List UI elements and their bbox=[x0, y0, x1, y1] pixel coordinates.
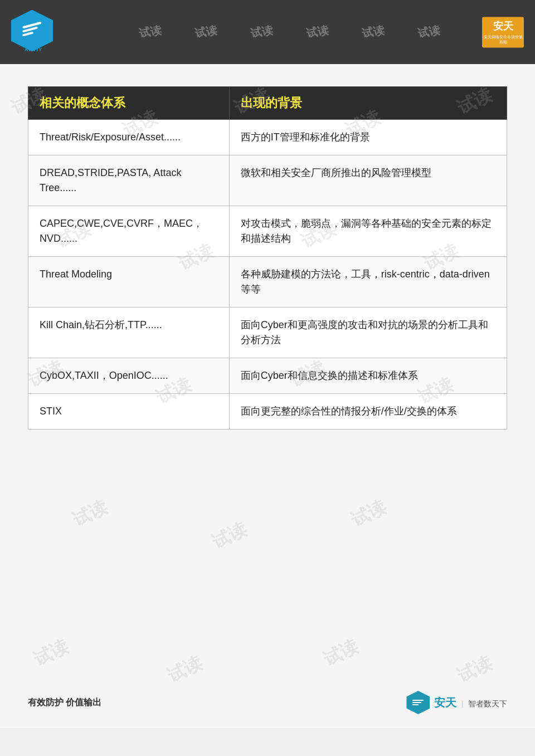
header-right-brand-subtitle: 安天网络安全令训营第四期 bbox=[482, 34, 524, 44]
table-cell-left-3: Threat Modeling bbox=[28, 257, 230, 308]
header-wm-5: 试读 bbox=[361, 25, 386, 40]
footer-separator: | bbox=[461, 699, 464, 708]
table-cell-left-4: Kill Chain,钻石分析,TTP...... bbox=[28, 308, 230, 358]
table-row: DREAD,STRIDE,PASTA, Attack Tree......微软和… bbox=[28, 155, 507, 206]
table-cell-left-2: CAPEC,CWE,CVE,CVRF，MAEC，NVD...... bbox=[28, 206, 230, 257]
footer-brand-block: 安天 | 智者数天下 bbox=[434, 695, 507, 710]
header-wm-1: 试读 bbox=[138, 25, 163, 40]
table-row: STIX面向更完整的综合性的情报分析/作业/交换的体系 bbox=[28, 394, 507, 430]
table-cell-right-2: 对攻击模式，脆弱点，漏洞等各种基础的安全元素的标定和描述结构 bbox=[229, 206, 507, 257]
table-cell-left-5: CybOX,TAXII，OpenIOC...... bbox=[28, 358, 230, 394]
header-watermarks: 试读 试读 试读 试读 试读 试读 bbox=[56, 25, 524, 40]
footer-logo-lines bbox=[412, 700, 424, 705]
footer-logo-line-2 bbox=[412, 702, 421, 703]
footer-left-text: 有效防护 价值输出 bbox=[28, 697, 101, 709]
table-cell-left-1: DREAD,STRIDE,PASTA, Attack Tree...... bbox=[28, 155, 230, 206]
header-logo: ANTIY bbox=[11, 10, 56, 55]
col2-header: 出现的背景 bbox=[229, 87, 507, 120]
table-cell-right-4: 面向Cyber和更高强度的攻击和对抗的场景的分析工具和分析方法 bbox=[229, 308, 507, 358]
footer-logo-line-1 bbox=[412, 700, 424, 701]
main-table: 相关的概念体系 出现的背景 Threat/Risk/Exposure/Asset… bbox=[28, 86, 507, 430]
header-right-logo-inner: 安天 安天网络安全令训营第四期 bbox=[482, 20, 524, 45]
table-row: Threat/Risk/Exposure/Asset......西方的IT管理和… bbox=[28, 120, 507, 155]
footer-logo-line-3 bbox=[412, 704, 419, 705]
footer: 有效防护 价值输出 安天 | 智者数天下 bbox=[0, 677, 535, 728]
table-cell-right-3: 各种威胁建模的方法论，工具，risk-centric，data-driven等等 bbox=[229, 257, 507, 308]
table-cell-right-6: 面向更完整的综合性的情报分析/作业/交换的体系 bbox=[229, 394, 507, 430]
footer-right-logo: 安天 | 智者数天下 bbox=[406, 691, 507, 714]
table-header-row: 相关的概念体系 出现的背景 bbox=[28, 87, 507, 120]
table-row: Kill Chain,钻石分析,TTP......面向Cyber和更高强度的攻击… bbox=[28, 308, 507, 358]
table-cell-left-0: Threat/Risk/Exposure/Asset...... bbox=[28, 120, 230, 155]
main-content: 相关的概念体系 出现的背景 Threat/Risk/Exposure/Asset… bbox=[0, 64, 535, 677]
header-wm-3: 试读 bbox=[250, 25, 274, 40]
col1-header: 相关的概念体系 bbox=[28, 87, 230, 120]
logo-lines bbox=[22, 24, 42, 35]
header-wm-2: 试读 bbox=[194, 25, 218, 40]
header-right-logo: 安天 安天网络安全令训营第四期 bbox=[482, 17, 524, 47]
footer-brand-main: 安天 bbox=[434, 696, 456, 709]
table-row: Threat Modeling各种威胁建模的方法论，工具，risk-centri… bbox=[28, 257, 507, 308]
table-row: CAPEC,CWE,CVE,CVRF，MAEC，NVD......对攻击模式，脆… bbox=[28, 206, 507, 257]
table-cell-right-5: 面向Cyber和信息交换的描述和标准体系 bbox=[229, 358, 507, 394]
table-row: CybOX,TAXII，OpenIOC......面向Cyber和信息交换的描述… bbox=[28, 358, 507, 394]
header-wm-4: 试读 bbox=[305, 25, 330, 40]
table-cell-right-0: 西方的IT管理和标准化的背景 bbox=[229, 120, 507, 155]
footer-logo-hex bbox=[406, 691, 430, 714]
logo-hexagon bbox=[11, 10, 53, 52]
header-right-logo-box: 安天 安天网络安全令训营第四期 bbox=[482, 17, 524, 47]
logo-brand-text: ANTIY bbox=[25, 47, 42, 52]
table-cell-left-6: STIX bbox=[28, 394, 230, 430]
table-cell-right-1: 微软和相关安全厂商所推出的风险管理模型 bbox=[229, 155, 507, 206]
footer-brand-sub: 智者数天下 bbox=[468, 699, 507, 708]
header: ANTIY 试读 试读 试读 试读 试读 试读 安天 安天网络安全令训营第四期 bbox=[0, 0, 535, 64]
header-wm-6: 试读 bbox=[417, 25, 441, 40]
